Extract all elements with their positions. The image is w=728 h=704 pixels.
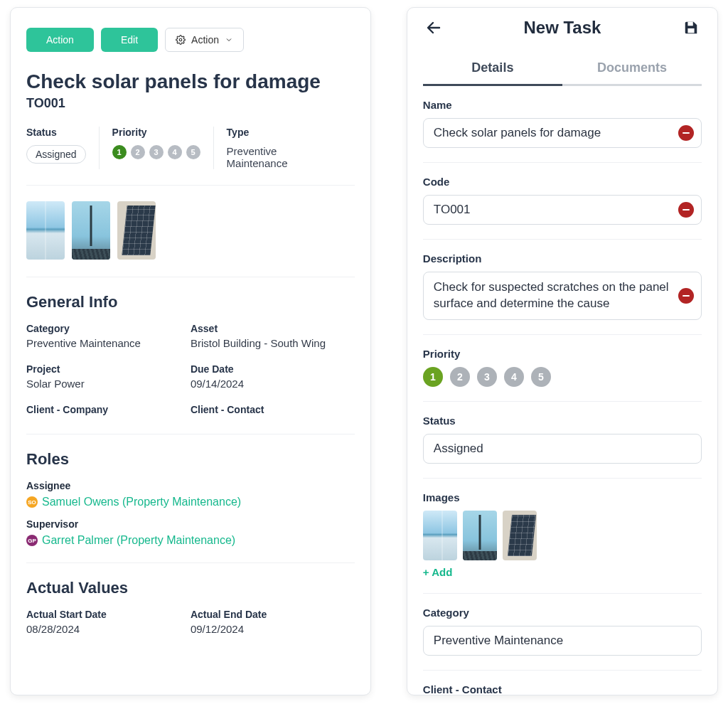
clear-icon[interactable]: [678, 125, 694, 141]
back-button[interactable]: [423, 17, 444, 38]
image-thumbnail[interactable]: [463, 511, 497, 560]
code-field[interactable]: TO001: [423, 195, 702, 225]
priority-dot-1[interactable]: 1: [112, 145, 127, 159]
general-info-heading: General Info: [26, 293, 355, 311]
supervisor-link[interactable]: Garret Palmer (Property Maintenance): [42, 534, 235, 547]
actual-values-grid: Actual Start Date 08/28/2024 Actual End …: [26, 609, 355, 651]
status-label-right: Status: [423, 415, 702, 427]
images-section: Images + Add: [423, 491, 702, 594]
priority-section: Priority 1 2 3 4 5: [423, 348, 702, 402]
category-label-right: Category: [423, 607, 702, 619]
description-section: Description Check for suspected scratche…: [423, 252, 702, 335]
svg-rect-2: [687, 28, 694, 33]
status-label: Status: [26, 127, 86, 138]
description-value: Check for suspected scratches on the pan…: [434, 280, 669, 310]
client-contact-label: Client - Contact: [191, 404, 355, 415]
edit-button[interactable]: Edit: [101, 28, 158, 52]
priority-dots: 1 2 3 4 5: [112, 145, 200, 159]
tab-details[interactable]: Details: [423, 50, 562, 86]
priority-dots-right: 1 2 3 4 5: [423, 367, 702, 387]
priority-dot-4[interactable]: 4: [504, 367, 524, 387]
general-info-grid: Category Preventive Maintenance Asset Br…: [26, 323, 355, 434]
actual-values-heading: Actual Values: [26, 579, 355, 597]
name-label: Name: [423, 99, 702, 111]
status-value-right: Assigned: [434, 442, 483, 455]
code-label: Code: [423, 176, 702, 188]
new-task-header: New Task: [423, 8, 702, 48]
action-button[interactable]: Action: [26, 28, 94, 52]
priority-dot-3[interactable]: 3: [477, 367, 497, 387]
category-field-right[interactable]: Preventive Maintenance: [423, 626, 702, 656]
page-title: Check solar panels for damage: [26, 70, 355, 93]
priority-dot-4[interactable]: 4: [168, 145, 182, 159]
priority-dot-3[interactable]: 3: [149, 145, 164, 159]
asset-field: Asset Bristol Building - South Wing: [191, 323, 355, 349]
code-section: Code TO001: [423, 176, 702, 240]
clear-icon[interactable]: [678, 202, 694, 218]
new-task-panel: New Task Details Documents Name Check so…: [407, 7, 718, 695]
description-field[interactable]: Check for suspected scratches on the pan…: [423, 272, 702, 320]
roles-block: Assignee SO Samuel Owens (Property Maint…: [26, 480, 355, 563]
priority-dot-5[interactable]: 5: [531, 367, 551, 387]
roles-heading: Roles: [26, 450, 355, 469]
type-label: Type: [227, 127, 329, 138]
due-date-field: Due Date 09/14/2024: [191, 363, 355, 390]
save-icon: [683, 20, 699, 36]
new-task-title: New Task: [523, 18, 601, 38]
actual-start-label: Actual Start Date: [26, 609, 191, 620]
client-contact-section: Client - Contact: [423, 683, 702, 695]
asset-link[interactable]: Bristol Building - South Wing: [191, 337, 355, 349]
category-value-right: Preventive Maintenance: [434, 634, 563, 647]
task-code: TO001: [26, 96, 355, 111]
status-field[interactable]: Assigned: [423, 434, 702, 464]
actual-end-field: Actual End Date 09/12/2024: [191, 609, 355, 635]
client-company-label: Client - Company: [26, 404, 191, 415]
avatar: GP: [26, 535, 38, 546]
assignee-link[interactable]: Samuel Owens (Property Maintenance): [42, 496, 241, 508]
assignee-block: Assignee SO Samuel Owens (Property Maint…: [26, 480, 355, 508]
priority-dot-2[interactable]: 2: [450, 367, 470, 387]
tab-documents[interactable]: Documents: [562, 50, 702, 86]
status-section: Status Assigned: [423, 415, 702, 479]
supervisor-label: Supervisor: [26, 518, 355, 530]
gear-icon: [176, 35, 186, 45]
image-thumbnail[interactable]: [503, 511, 537, 560]
status-pill[interactable]: Assigned: [26, 145, 86, 164]
project-link[interactable]: Solar Power: [26, 378, 191, 390]
priority-dot-2[interactable]: 2: [131, 145, 145, 159]
actual-end-value: 09/12/2024: [191, 623, 355, 635]
name-section: Name Check solar panels for damage: [423, 99, 702, 163]
clear-icon[interactable]: [678, 288, 694, 304]
image-thumbnail[interactable]: [26, 201, 65, 260]
svg-rect-1: [687, 22, 692, 26]
project-field: Project Solar Power: [26, 363, 191, 390]
tabs: Details Documents: [423, 50, 702, 86]
action-menu-button[interactable]: Action: [165, 28, 244, 52]
name-field[interactable]: Check solar panels for damage: [423, 118, 702, 148]
assignee-label: Assignee: [26, 480, 355, 491]
actual-start-value: 08/28/2024: [26, 623, 191, 635]
meta-row: Status Assigned Priority 1 2 3 4 5 Type …: [26, 127, 355, 186]
description-label: Description: [423, 252, 702, 265]
client-company-field: Client - Company: [26, 404, 191, 418]
name-value: Check solar panels for damage: [434, 126, 601, 139]
category-section: Category Preventive Maintenance: [423, 607, 702, 671]
priority-dot-5[interactable]: 5: [186, 145, 200, 159]
priority-dot-1[interactable]: 1: [423, 367, 443, 387]
priority-label: Priority: [112, 127, 200, 138]
actual-end-label: Actual End Date: [191, 609, 355, 620]
chevron-down-icon: [225, 36, 233, 44]
actual-start-field: Actual Start Date 08/28/2024: [26, 609, 191, 635]
image-thumbnail[interactable]: [72, 201, 110, 260]
client-contact-field: Client - Contact: [191, 404, 355, 418]
add-image-button[interactable]: + Add: [423, 566, 453, 578]
image-thumbnail[interactable]: [423, 511, 457, 560]
arrow-left-icon: [425, 19, 442, 36]
code-value: TO001: [434, 203, 471, 216]
type-value: Preventive Maintenance: [227, 145, 329, 169]
task-detail-panel: Action Edit Action Check solar panels fo…: [10, 7, 371, 695]
category-label: Category: [26, 323, 191, 334]
save-button[interactable]: [680, 17, 702, 38]
image-thumbnail[interactable]: [117, 201, 156, 260]
project-label: Project: [26, 363, 191, 375]
